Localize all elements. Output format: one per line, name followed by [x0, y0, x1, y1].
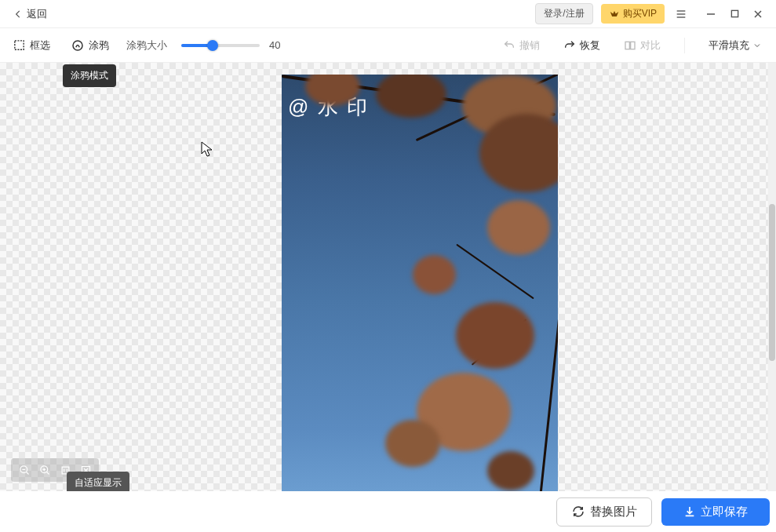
brush-tooltip: 涂鸦模式	[63, 64, 116, 87]
vip-crown-icon	[609, 9, 620, 20]
hamburger-icon	[675, 8, 687, 20]
back-button[interactable]: 返回	[6, 5, 53, 23]
login-register-button[interactable]: 登录/注册	[535, 3, 592, 24]
close-button[interactable]	[746, 0, 770, 28]
brush-size-value: 40	[269, 39, 285, 51]
cursor-icon	[201, 141, 213, 157]
replace-icon	[571, 505, 585, 519]
replace-image-button[interactable]: 替换图片	[556, 497, 652, 527]
brush-size-slider[interactable]	[181, 44, 260, 47]
maximize-icon	[730, 9, 739, 18]
zoom-in-icon	[39, 465, 51, 476]
brush-label: 涂鸦	[89, 38, 109, 53]
action-bar: 替换图片 立即保存	[0, 491, 776, 532]
minimize-button[interactable]	[699, 0, 723, 28]
brush-icon	[71, 38, 85, 53]
zoom-out-button[interactable]	[16, 461, 33, 479]
undo-icon	[503, 39, 516, 52]
titlebar: 返回 登录/注册 购买VIP	[0, 0, 776, 28]
divider	[684, 38, 685, 53]
image-content: @ 水 印	[282, 75, 558, 491]
fit-screen-tooltip: 自适应显示	[67, 472, 129, 491]
download-icon	[683, 505, 696, 518]
compare-label: 对比	[640, 38, 661, 53]
brush-size-label: 涂鸦大小	[126, 38, 167, 53]
replace-label: 替换图片	[590, 505, 637, 519]
vip-label: 购买VIP	[623, 7, 657, 20]
svg-rect-0	[731, 10, 738, 16]
vertical-scrollbar[interactable]	[768, 63, 776, 491]
undo-button[interactable]: 撤销	[498, 35, 545, 56]
arrow-left-icon	[13, 9, 24, 20]
box-select-tool[interactable]: 框选	[9, 35, 53, 56]
zoom-out-icon	[19, 465, 31, 476]
buy-vip-button[interactable]: 购买VIP	[601, 4, 665, 24]
redo-icon	[563, 39, 576, 52]
compare-icon	[624, 39, 636, 52]
scrollbar-thumb[interactable]	[769, 204, 775, 361]
redo-label: 恢复	[580, 38, 600, 53]
image-preview: @ 水 印	[282, 75, 558, 491]
fill-mode-label: 平滑填充	[709, 38, 749, 53]
zoom-in-button[interactable]	[36, 461, 53, 479]
box-select-label: 框选	[30, 38, 50, 53]
save-label: 立即保存	[701, 505, 748, 519]
window-controls	[699, 0, 770, 28]
menu-button[interactable]	[669, 0, 693, 28]
toolbar: 框选 涂鸦 涂鸦大小 40 撤销 恢复 对比 平滑填充 涂鸦模式	[0, 28, 776, 63]
back-label: 返回	[27, 7, 47, 21]
svg-rect-3	[625, 42, 629, 49]
svg-rect-1	[15, 41, 24, 49]
brush-size-control: 40	[181, 39, 285, 51]
chevron-down-icon	[752, 41, 762, 50]
fill-mode-dropdown[interactable]: 平滑填充	[704, 35, 767, 56]
slider-thumb[interactable]	[207, 40, 218, 51]
minimize-icon	[706, 9, 716, 19]
maximize-button[interactable]	[723, 0, 746, 28]
redo-button[interactable]: 恢复	[559, 35, 605, 56]
brush-tool[interactable]: 涂鸦	[67, 35, 112, 56]
undo-label: 撤销	[519, 38, 540, 53]
compare-button[interactable]: 对比	[619, 35, 665, 56]
box-select-icon	[13, 38, 26, 52]
canvas-area[interactable]: @ 水 印	[0, 63, 776, 491]
svg-rect-4	[631, 42, 635, 49]
close-icon	[753, 9, 763, 19]
save-button[interactable]: 立即保存	[661, 498, 770, 526]
